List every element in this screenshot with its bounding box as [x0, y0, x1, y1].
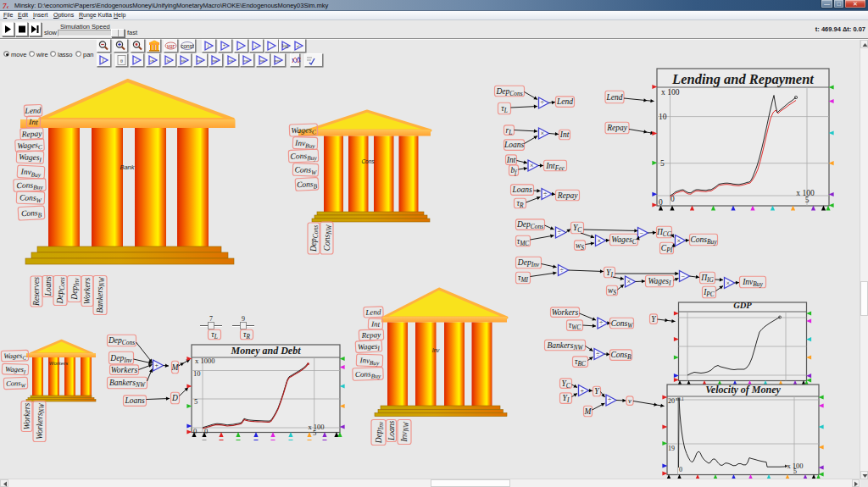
svg-text:cos: cos — [244, 58, 249, 63]
svg-text:Loans: Loans — [504, 141, 525, 149]
svg-text:0: 0 — [679, 466, 682, 473]
svg-text:×: × — [627, 278, 632, 285]
svg-text:Loans: Loans — [44, 276, 53, 297]
svg-text:tan: tan — [213, 58, 218, 63]
svg-text:Workers: Workers — [49, 361, 68, 366]
svg-text:÷: ÷ — [543, 191, 548, 198]
svg-text:÷: ÷ — [560, 267, 565, 274]
svg-text:Repay: Repay — [606, 124, 628, 132]
svg-text:x 100: x 100 — [796, 189, 815, 197]
svg-text:Int: Int — [28, 118, 38, 126]
svg-text:5: 5 — [793, 468, 797, 475]
svg-text:Lend: Lend — [364, 307, 381, 317]
svg-text:sin: sin — [228, 58, 233, 63]
svg-text:×: × — [541, 130, 545, 137]
svg-text:const: const — [181, 43, 194, 49]
svg-text:19: 19 — [668, 445, 675, 452]
svg-text:sin: sin — [181, 58, 186, 63]
svg-text:7‹: 7‹ — [3, 2, 9, 10]
svg-text:var: var — [166, 43, 175, 50]
svg-text:+: + — [155, 362, 159, 369]
svg-text:Workers: Workers — [23, 403, 31, 430]
svg-text:10: 10 — [193, 369, 201, 378]
svg-text:log: log — [281, 43, 288, 48]
svg-text:v: v — [628, 396, 632, 405]
svg-text:θ: θ — [120, 58, 123, 64]
svg-text:×: × — [530, 162, 534, 169]
svg-text:eʦ: eʦ — [150, 58, 154, 63]
svg-text:Lend: Lend — [606, 93, 623, 102]
svg-text:÷: ÷ — [270, 44, 272, 48]
svg-text:Bank: Bank — [120, 163, 135, 171]
svg-text:0: 0 — [193, 427, 197, 435]
svg-text:×: × — [598, 237, 602, 245]
svg-text:7: 7 — [209, 315, 213, 323]
svg-text:Loans: Loans — [511, 185, 532, 194]
svg-text:Workers: Workers — [111, 366, 138, 374]
svg-text:20: 20 — [668, 397, 675, 405]
svg-text:GDP: GDP — [733, 301, 752, 310]
svg-text:Velocity of Money: Velocity of Money — [705, 384, 781, 396]
svg-text:Inv: Inv — [432, 347, 440, 353]
svg-text:9: 9 — [242, 315, 245, 323]
svg-text:÷: ÷ — [596, 351, 600, 358]
svg-text:tan: tan — [259, 58, 264, 63]
svg-text:Loans: Loans — [387, 421, 396, 442]
svg-text:Reserves: Reserves — [32, 277, 41, 307]
svg-text:÷: ÷ — [558, 229, 562, 236]
svg-text:×: × — [726, 279, 731, 287]
svg-text:+: + — [581, 387, 585, 395]
svg-text:x 100: x 100 — [661, 88, 680, 97]
svg-text:Lend: Lend — [556, 97, 573, 106]
svg-text:Workers: Workers — [552, 308, 579, 317]
svg-text:M: M — [584, 407, 593, 416]
svg-text:M: M — [171, 363, 180, 372]
svg-text:xᵗ: xᵗ — [297, 44, 300, 48]
svg-text:Repay: Repay — [361, 330, 381, 340]
svg-text:5: 5 — [194, 397, 198, 406]
svg-text:Int: Int — [506, 156, 516, 164]
svg-text:−: − — [682, 273, 686, 280]
svg-text:D: D — [171, 394, 178, 402]
svg-text:Workers: Workers — [83, 278, 92, 305]
svg-text:5: 5 — [660, 159, 665, 168]
svg-text:−: − — [640, 230, 644, 237]
svg-text:÷: ÷ — [608, 396, 612, 404]
svg-text:cos: cos — [197, 58, 202, 63]
svg-text:−: − — [239, 44, 242, 48]
svg-text:×: × — [254, 44, 257, 48]
svg-text:x 1000: x 1000 — [195, 357, 214, 365]
svg-text:Cons: Cons — [361, 158, 375, 164]
svg-text:10: 10 — [659, 113, 667, 121]
svg-text:Repay: Repay — [557, 191, 579, 200]
svg-text:÷: ÷ — [541, 99, 545, 107]
svg-text:×: × — [677, 237, 682, 245]
svg-text:∫: ∫ — [102, 58, 104, 64]
svg-text:Int: Int — [559, 130, 570, 139]
svg-text:pow: pow — [275, 58, 282, 63]
svg-text:0: 0 — [659, 198, 663, 207]
svg-text:Money and Debt: Money and Debt — [231, 345, 302, 357]
svg-text:Lending and Repayment: Lending and Repayment — [671, 71, 814, 87]
svg-text:÷: ÷ — [599, 319, 604, 327]
svg-text:x0.1: x0.1 — [676, 396, 684, 401]
svg-text:Repay: Repay — [20, 130, 42, 139]
svg-text:Lend: Lend — [24, 106, 42, 115]
svg-text:x 100: x 100 — [308, 423, 324, 431]
svg-text:Loans: Loans — [124, 396, 145, 405]
svg-text:Int: Int — [370, 319, 381, 328]
